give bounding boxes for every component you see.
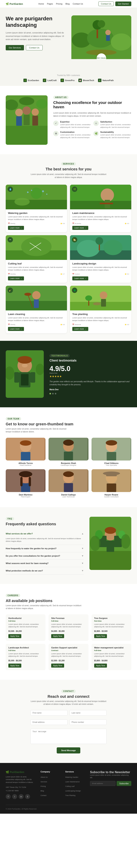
landscaping-learn-more[interactable]: Learn more → [72, 276, 88, 280]
svg-rect-52 [70, 302, 131, 310]
footer-company-link-3[interactable]: Pricing [40, 785, 46, 787]
brand-icon-3: 🌳 [60, 79, 64, 82]
faq-chevron-4: ▼ [81, 562, 84, 565]
svg-point-28 [46, 194, 47, 195]
brand-icon-4: 🌸 [78, 79, 82, 82]
form-name-row [30, 710, 107, 717]
hero-content: We are purigarden landscaping Lorem ipsu… [6, 16, 66, 50]
faq-chevron-3: ▼ [81, 555, 84, 557]
planting-badge: 🌲 [72, 288, 77, 293]
brands-label: Trusted by 500+ customers [6, 74, 131, 76]
footer-service-link-5[interactable]: Tree Planting [65, 795, 75, 796]
planting-learn-more[interactable]: Learn more → [72, 327, 88, 331]
instagram-icon[interactable]: in [19, 794, 24, 799]
contact-button[interactable]: Contact Us [99, 2, 114, 6]
facebook-icon[interactable]: f [6, 794, 11, 799]
dot-3[interactable] [55, 393, 56, 394]
apply-button-5[interactable]: Apply Now [51, 663, 64, 668]
benjamin-name: Benjamin Shah [49, 462, 88, 464]
lawn-learn-more[interactable]: Learn more → [72, 226, 88, 230]
footer-company-link-4[interactable]: Blog [40, 790, 44, 792]
service-cleaning-content: Lawn cleaning Lorem ipsum dolor sit amet… [6, 310, 67, 333]
nav-pricing[interactable]: Pricing [56, 3, 62, 5]
message-textarea[interactable] [30, 729, 107, 744]
brand-name-3: GreenPro [65, 79, 75, 82]
svg-point-105 [105, 527, 116, 534]
svg-point-23 [31, 187, 42, 199]
email-input[interactable] [30, 719, 67, 725]
submit-button[interactable]: Send Message [57, 747, 80, 753]
footer-service-link-3[interactable]: Cutting Leaf [65, 785, 75, 787]
testimonial-dots [50, 393, 131, 394]
testimonial-image [6, 350, 44, 398]
footer-address: 1907 Texas City, TX 71234 [6, 786, 36, 788]
apply-button-3[interactable]: Apply Now [94, 634, 107, 638]
phone-input[interactable] [70, 719, 107, 725]
job-type-2: Full-time [51, 620, 86, 622]
faq-question-4[interactable]: What seasons work best for lawn mowing? … [6, 560, 84, 567]
last-name-input[interactable] [70, 710, 107, 716]
job-desc-4: Lorem ipsum dolor sit amet, consectetur … [8, 653, 43, 658]
footer-service-link-1[interactable]: Watering Garden [65, 776, 78, 778]
faq-question-1[interactable]: What services do we offer? ▲ [6, 530, 84, 537]
footer-phone: +1 234 567 8900 [6, 789, 36, 792]
footer-company-link-2[interactable]: Services [40, 781, 47, 783]
svg-point-3 [111, 33, 132, 51]
svg-rect-30 [70, 201, 131, 209]
footer-service-link-2[interactable]: Lawn Maintenance [65, 781, 80, 783]
testimonial-content: Testimonials Client testimonials 4.9/5.0… [50, 354, 131, 394]
footer-company-link-1[interactable]: About Us [40, 776, 48, 778]
hero-services-button[interactable]: Our Services [6, 45, 24, 50]
dani-avatar [6, 469, 46, 492]
cutting-desc: Lorem ipsum dolor sit amet, consectetur … [8, 266, 65, 271]
job-title-5: Garden Support specialist [51, 647, 86, 649]
footer-company-link-5[interactable]: Contact [40, 795, 47, 796]
nav-pages[interactable]: Pages [47, 3, 53, 5]
cutting-learn-more[interactable]: Learn more → [8, 276, 24, 280]
testimonial-quote: The garden now reflects our personality … [50, 380, 131, 386]
faq-question-3[interactable]: Do you offer free consultations for the … [6, 552, 84, 559]
get-started-button[interactable]: Get Started [115, 2, 131, 6]
jobs-title: All available job positions [6, 599, 131, 603]
job-foreman: Site Foreman Full-time Lorem ipsum dolor… [49, 614, 88, 641]
service-cleaning-image: 🧹 [6, 286, 67, 310]
nav-blog[interactable]: Blog [65, 3, 70, 5]
hero-contact-button[interactable]: Contact Us [26, 45, 43, 50]
subscribe-button[interactable]: Subscribe [117, 781, 131, 786]
apply-button-1[interactable]: Apply Now [8, 634, 21, 638]
service-cutting: ✂ Cutting leaf Lorem ipsum dolor sit ame… [6, 235, 67, 283]
svg-rect-61 [21, 374, 29, 385]
testimonials-subtitle: Testimonials [50, 354, 70, 358]
footer-logo-text: PuriGarden [10, 771, 24, 774]
apply-button-6[interactable]: Apply Now [94, 663, 107, 668]
service-cleaning: 🧹 Lawn cleaning Lorem ipsum dolor sit am… [6, 286, 67, 333]
first-name-field [30, 710, 67, 716]
sustainability-icon: 🌿 [93, 131, 99, 136]
team-grid: Alfredo Torres Head Gardener Benjamin Sh… [6, 438, 131, 498]
cleaning-duration: 📅 Weekly [8, 324, 15, 326]
svg-rect-8 [106, 35, 110, 41]
dot-2[interactable] [52, 393, 54, 394]
footer-service-link-4[interactable]: Landscaping Design [65, 790, 81, 792]
nav-home[interactable]: Home [38, 3, 44, 5]
faq-question-2[interactable]: How frequently to water the garden for m… [6, 545, 84, 552]
job-type-5: Contract [51, 650, 86, 651]
twitter-icon[interactable]: t [12, 794, 17, 799]
linkedin-icon[interactable]: li [25, 794, 30, 799]
contact-subtitle: Contact [61, 690, 76, 693]
hero-image-bg [71, 16, 131, 59]
first-name-input[interactable] [30, 710, 67, 716]
subscribe-input[interactable] [90, 781, 115, 786]
faq-question-5[interactable]: What protection methods do we use? ▼ [6, 567, 84, 574]
cleaning-learn-more[interactable]: Learn more → [8, 327, 24, 331]
watering-learn-more[interactable]: Learn more → [8, 226, 24, 230]
job-salary-6: $3,800 - $4,800 [94, 660, 129, 662]
dot-1[interactable] [50, 393, 51, 394]
apply-button-4[interactable]: Apply Now [8, 663, 21, 668]
apply-button-2[interactable]: Apply Now [51, 634, 64, 638]
faq-question-text-5: What protection methods do we use? [6, 569, 43, 572]
footer-copyright: © 2024 PuriGarden. All Rights Reserved. [6, 808, 37, 810]
team-member-benjamin: Benjamin Shah Landscape Designer [49, 438, 88, 466]
nav-contact[interactable]: Contact Us [73, 3, 83, 5]
faq-question-text-1: What services do we offer? [6, 532, 33, 535]
